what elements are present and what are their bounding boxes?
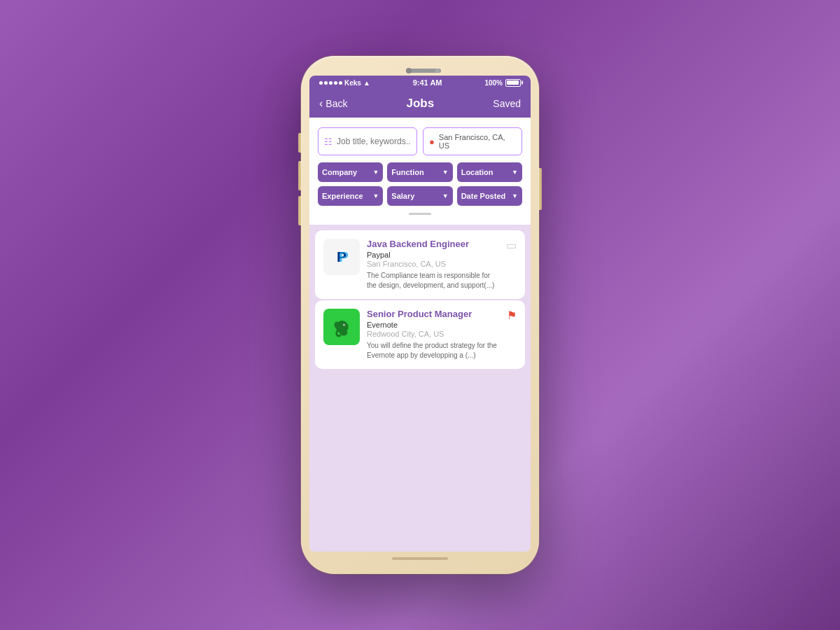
chevron-down-icon: ▼	[442, 192, 449, 200]
jobs-list: P P Java Backend Engineer Paypal San Fra…	[309, 225, 531, 552]
location-filter[interactable]: Location ▼	[457, 162, 522, 182]
date-posted-filter-label: Date Posted	[461, 192, 506, 200]
phone-top-bar	[309, 64, 531, 76]
status-bar: Keks ▲ 9:41 AM 100%	[309, 76, 531, 90]
phone-shell: Keks ▲ 9:41 AM 100% ‹ Back Jobs Saved	[301, 56, 539, 574]
volume-down-button[interactable]	[298, 196, 301, 225]
location-field[interactable]: ● San Francisco, CA, US	[423, 127, 522, 155]
front-camera	[406, 68, 412, 74]
paypal-logo: P P	[323, 239, 360, 275]
filter-row-1: Company ▼ Function ▼ Location ▼	[318, 162, 522, 182]
wifi-icon: ▲	[363, 79, 370, 87]
company-filter[interactable]: Company ▼	[318, 162, 383, 182]
location-pin-icon: ●	[429, 136, 435, 147]
status-right: 100%	[484, 79, 521, 87]
company-filter-label: Company	[322, 168, 357, 176]
phone-bottom	[309, 552, 531, 566]
function-filter[interactable]: Function ▼	[387, 162, 452, 182]
location-value: San Francisco, CA, US	[439, 133, 516, 150]
chevron-down-icon: ▼	[512, 169, 518, 176]
job-search-input[interactable]	[337, 136, 411, 146]
home-indicator	[392, 557, 448, 560]
search-row: ☷ ● San Francisco, CA, US	[318, 127, 522, 155]
sensor-dot	[435, 69, 440, 73]
location-filter-label: Location	[461, 168, 493, 176]
paypal-job-location: San Francisco, CA, US	[367, 260, 499, 268]
chevron-down-icon: ▼	[372, 192, 379, 200]
power-button[interactable]	[539, 168, 542, 210]
evernote-logo	[323, 309, 360, 345]
filter-row-2: Experience ▼ Salary ▼ Date Posted ▼	[318, 186, 522, 206]
phone-screen: Keks ▲ 9:41 AM 100% ‹ Back Jobs Saved	[309, 76, 531, 552]
salary-filter-label: Salary	[391, 192, 414, 200]
evernote-job-desc: You will define the product strategy for…	[367, 341, 500, 360]
carrier-name: Keks	[344, 79, 361, 87]
svg-point-8	[339, 335, 341, 337]
back-button[interactable]: ‹ Back	[319, 97, 347, 110]
evernote-company-name: Evernote	[367, 321, 500, 329]
chevron-left-icon: ‹	[319, 97, 323, 110]
paypal-bookmark-icon[interactable]: ▭	[506, 239, 517, 252]
chevron-down-icon: ▼	[372, 169, 379, 176]
evernote-job-title: Senior Product Manager	[367, 309, 500, 319]
search-area: ☷ ● San Francisco, CA, US Company ▼ Func…	[309, 118, 531, 225]
svg-point-9	[340, 330, 347, 335]
paypal-company-name: Paypal	[367, 251, 499, 259]
function-filter-label: Function	[391, 168, 424, 176]
status-left: Keks ▲	[319, 79, 370, 87]
evernote-job-info: Senior Product Manager Evernote Redwood …	[367, 309, 500, 360]
nav-title: Jobs	[407, 97, 435, 111]
grid-search-icon: ☷	[324, 136, 332, 147]
experience-filter-label: Experience	[322, 192, 363, 200]
battery-icon	[505, 79, 521, 87]
chevron-down-icon: ▼	[442, 169, 449, 176]
svg-point-7	[344, 325, 344, 326]
date-posted-filter[interactable]: Date Posted ▼	[457, 186, 522, 206]
battery-fill	[507, 80, 519, 85]
paypal-job-title: Java Backend Engineer	[367, 239, 499, 249]
svg-text:P: P	[339, 248, 349, 265]
status-time: 9:41 AM	[413, 78, 442, 87]
back-label: Back	[326, 98, 347, 109]
nav-bar: ‹ Back Jobs Saved	[309, 90, 531, 118]
experience-filter[interactable]: Experience ▼	[318, 186, 383, 206]
evernote-job-location: Redwood City, CA, US	[367, 330, 500, 338]
scroll-indicator	[318, 210, 522, 218]
job-card-evernote[interactable]: Senior Product Manager Evernote Redwood …	[315, 300, 525, 369]
mute-button[interactable]	[298, 133, 301, 153]
battery-percent: 100%	[484, 79, 503, 87]
evernote-bookmark-icon[interactable]: ⚑	[507, 309, 517, 322]
scroll-pill	[409, 213, 431, 215]
job-search-field[interactable]: ☷	[318, 127, 417, 155]
signal-dots	[319, 81, 342, 85]
volume-up-button[interactable]	[298, 161, 301, 190]
chevron-down-icon: ▼	[512, 192, 518, 200]
job-card-paypal[interactable]: P P Java Backend Engineer Paypal San Fra…	[315, 230, 525, 299]
saved-button[interactable]: Saved	[493, 98, 521, 109]
svg-point-5	[335, 321, 340, 328]
paypal-job-desc: The Compliance team is responsible for t…	[367, 271, 499, 290]
paypal-job-info: Java Backend Engineer Paypal San Francis…	[367, 239, 499, 290]
salary-filter[interactable]: Salary ▼	[387, 186, 452, 206]
